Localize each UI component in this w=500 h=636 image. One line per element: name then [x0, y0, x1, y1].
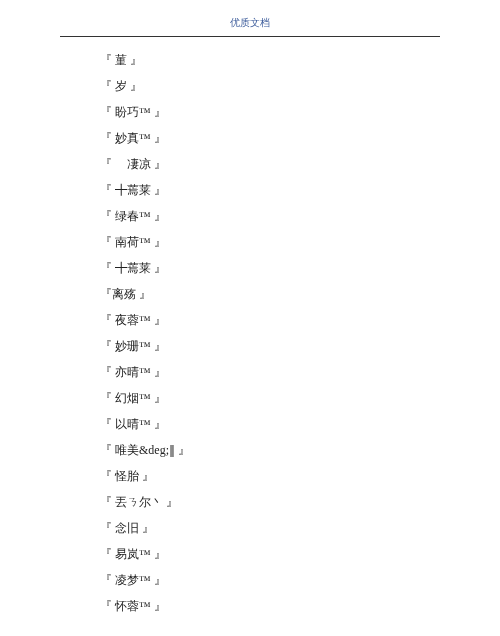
list-item: 『 岁 』: [100, 73, 440, 99]
list-item: 『 凌梦™ 』: [100, 567, 440, 593]
list-item: 『 绿春™ 』: [100, 203, 440, 229]
list-item: 『 以晴™ 』: [100, 411, 440, 437]
horizontal-rule: [60, 36, 440, 37]
document-page: 优质文档 『 菫 』 『 岁 』 『 盼巧™ 』 『 妙真™ 』 『 ゞ凄凉 』…: [0, 0, 500, 636]
list-item: 『 亦晴™ 』: [100, 359, 440, 385]
list-item: 『 菫 』: [100, 47, 440, 73]
list-item: 『 妙真™ 』: [100, 125, 440, 151]
list-item: 『 夜蓉™ 』: [100, 307, 440, 333]
page-title: 优质文档: [0, 0, 500, 36]
list-item: 『 盼巧™ 』: [100, 99, 440, 125]
list-item: 『离殇 』: [100, 281, 440, 307]
entry-list: 『 菫 』 『 岁 』 『 盼巧™ 』 『 妙真™ 』 『 ゞ凄凉 』 『 ╋蔫…: [100, 47, 440, 619]
list-item: 『 怀蓉™ 』: [100, 593, 440, 619]
list-item: 『 念旧 』: [100, 515, 440, 541]
list-item: 『 ╋蔫莱 』: [100, 255, 440, 281]
list-item: 『 怪胎 』: [100, 463, 440, 489]
list-item: 『 ╋蔫莱 』: [100, 177, 440, 203]
list-item: 『 南荷™ 』: [100, 229, 440, 255]
list-item: 『 妙珊™ 』: [100, 333, 440, 359]
list-item: 『 丟ㄋ尔丶 』: [100, 489, 440, 515]
list-item: 『 幻烟™ 』: [100, 385, 440, 411]
list-item: 『 唯美&deg;‖ 』: [100, 437, 440, 463]
list-item: 『 ゞ凄凉 』: [100, 151, 440, 177]
list-item: 『 易岚™ 』: [100, 541, 440, 567]
